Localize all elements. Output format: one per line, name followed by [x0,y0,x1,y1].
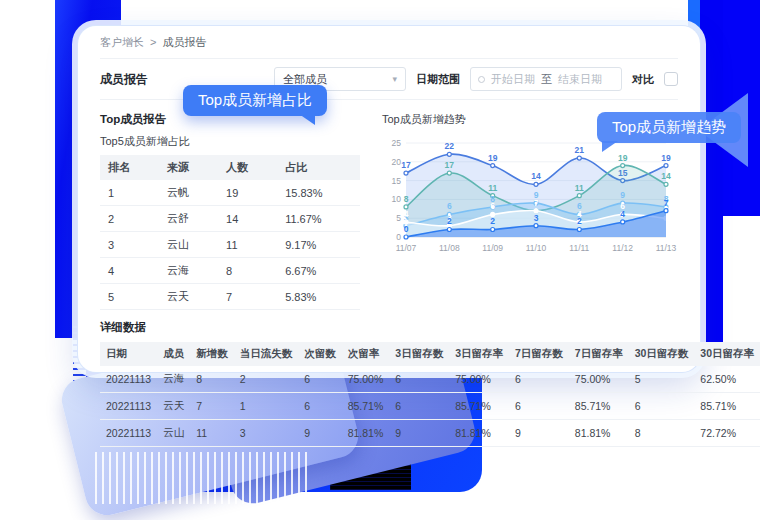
svg-text:11: 11 [488,183,497,193]
column-header: 日期 [100,342,157,366]
table-cell: 2 [234,366,299,393]
table-cell: 6 [298,366,342,393]
table-cell: 6 [389,366,449,393]
svg-text:6: 6 [447,201,452,211]
table-cell: 8 [190,366,234,393]
date-end-placeholder: 结束日期 [558,72,602,87]
table-row: 5云天75.83% [100,284,360,310]
table-cell: 85.71% [449,393,509,420]
table-cell: 云山 [157,420,190,447]
date-range-label: 日期范围 [416,72,460,87]
table-cell: 81.81% [449,420,509,447]
svg-text:2: 2 [577,216,582,226]
svg-text:6: 6 [490,201,495,211]
table-cell: 6.67% [277,258,360,284]
table-cell: 85.71% [569,393,629,420]
column-header: 30日留存率 [694,342,760,366]
table-cell: 云舒 [159,206,218,232]
table-cell: 云天 [159,284,218,310]
table-row: 1云帆1915.83% [100,180,360,206]
top5-table-title: Top5成员新增占比 [100,134,360,149]
callout-tail-icon [299,114,315,125]
breadcrumb-item-member-report: 成员报告 [162,35,206,50]
svg-text:7: 7 [534,198,539,208]
page: 客户增长 > 成员报告 成员报告 全部成员 ▾ 日期范围 开始日期 至 结束日期… [0,0,760,520]
svg-text:2: 2 [490,216,495,226]
table-cell: 11.67% [277,206,360,232]
table-cell: 75.00% [569,366,629,393]
table-cell: 5 [629,366,695,393]
compare-checkbox[interactable] [664,72,678,86]
column-header: 7日留存数 [509,342,569,366]
svg-text:14: 14 [531,171,541,181]
report-content: Top成员报告 Top5成员新增占比 排名来源人数占比1云帆1915.83%2云… [100,100,678,447]
svg-text:11/08: 11/08 [439,243,460,253]
svg-text:9: 9 [620,190,625,200]
svg-text:0: 0 [404,224,409,234]
column-header: 当日流失数 [234,342,299,366]
column-header: 3日留存数 [389,342,449,366]
compare-label: 对比 [632,72,654,87]
table-cell: 85.71% [694,393,760,420]
table-cell: 7 [218,284,277,310]
table-cell: 20221113 [100,366,157,393]
column-header: 占比 [277,155,360,180]
svg-text:25: 25 [392,138,402,148]
svg-text:11/09: 11/09 [482,243,503,253]
table-cell: 9.17% [277,232,360,258]
table-cell: 云天 [157,393,190,420]
table-cell: 云海 [159,258,218,284]
svg-text:11/10: 11/10 [526,243,547,253]
table-cell: 62.50% [694,366,760,393]
svg-text:19: 19 [618,153,628,163]
svg-text:11: 11 [575,183,584,193]
table-row: 4云海86.67% [100,258,360,284]
svg-text:4: 4 [404,209,409,219]
detail-table: 日期成员新增数当日流失数次留数次留率3日留存数3日留存率7日留存数7日留存率30… [100,342,760,447]
chevron-down-icon: ▾ [392,74,397,84]
table-cell: 3 [234,420,299,447]
report-card: 客户增长 > 成员报告 成员报告 全部成员 ▾ 日期范围 开始日期 至 结束日期… [78,26,700,372]
column-header: 次留数 [298,342,342,366]
table-cell: 11 [218,232,277,258]
table-row: 20221113云山113981.81%981.81%981.81%872.72… [100,420,760,447]
table-cell: 75.00% [342,366,390,393]
table-cell: 7 [190,393,234,420]
table-cell: 4 [100,258,159,284]
table-cell: 8 [629,420,695,447]
column-header: 7日留存率 [569,342,629,366]
svg-text:11/07: 11/07 [396,243,417,253]
svg-text:10: 10 [392,194,402,204]
table-cell: 1 [100,180,159,206]
table-cell: 1 [234,393,299,420]
table-cell: 9 [389,420,449,447]
svg-text:11/13: 11/13 [656,243,677,253]
table-cell: 8 [218,258,277,284]
table-cell: 6 [629,393,695,420]
breadcrumb-item-growth[interactable]: 客户增长 [100,35,144,50]
table-cell: 20221113 [100,420,157,447]
table-cell: 19 [218,180,277,206]
table-row: 20221113云天71685.71%685.71%685.71%685.71% [100,393,760,420]
table-cell: 2 [100,206,159,232]
trend-line-chart: 051015202511/0711/0811/0911/1011/1111/12… [382,129,678,257]
date-range-input[interactable]: 开始日期 至 结束日期 [470,67,622,91]
table-cell: 72.72% [694,420,760,447]
table-cell: 20221113 [100,393,157,420]
column-header: 人数 [218,155,277,180]
page-title: 成员报告 [100,71,148,88]
callout-top-trend-label: Top成员新增趋势 [612,118,726,135]
table-row: 20221113云海82675.00%675.00%675.00%562.50% [100,366,760,393]
svg-text:7: 7 [664,198,669,208]
callout-top-share-label: Top成员新增占比 [198,91,312,108]
table-cell: 75.00% [449,366,509,393]
breadcrumb: 客户增长 > 成员报告 [100,26,678,59]
svg-text:3: 3 [534,213,539,223]
table-cell: 85.71% [342,393,390,420]
column-header: 3日留存率 [449,342,509,366]
table-cell: 81.81% [342,420,390,447]
table-cell: 6 [509,366,569,393]
table-cell: 6 [298,393,342,420]
svg-text:15: 15 [392,176,402,186]
callout-tail-icon [602,141,618,152]
